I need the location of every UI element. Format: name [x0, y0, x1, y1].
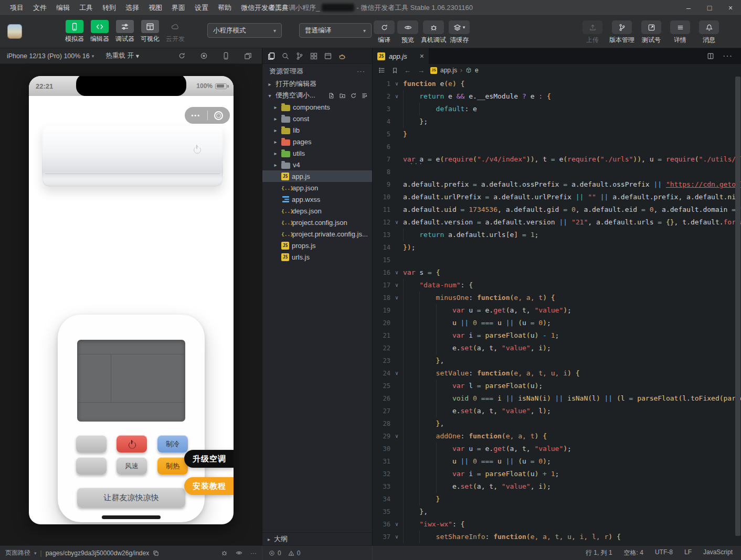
record-button[interactable]: [200, 52, 208, 60]
eol-setting[interactable]: LF: [684, 548, 692, 557]
tree-file-project.config.json[interactable]: {..}project.config.json: [262, 217, 372, 228]
remote-blank-button-2[interactable]: [76, 457, 107, 475]
indent-setting[interactable]: 空格: 4: [624, 548, 643, 557]
breadcrumb-file[interactable]: app.js: [440, 67, 457, 74]
activity-extensions-icon[interactable]: [310, 52, 318, 60]
breadcrumb-symbol[interactable]: e: [475, 67, 479, 74]
tree-file-app.wxss[interactable]: app.wxss: [262, 193, 372, 205]
tool-button-device-debug[interactable]: 真机调试: [421, 20, 446, 45]
tree-folder-pages[interactable]: ▸pages: [262, 136, 372, 147]
activity-files-icon[interactable]: [267, 52, 276, 60]
menu-item-文件[interactable]: 文件: [28, 0, 51, 16]
minimize-button[interactable]: –: [678, 0, 699, 16]
close-button[interactable]: ×: [720, 0, 741, 16]
newfolder-icon[interactable]: [339, 92, 346, 99]
tree-file-props.js[interactable]: JSprops.js: [262, 240, 372, 251]
scrollbar-thumb[interactable]: [735, 77, 740, 536]
remote-blank-button-1[interactable]: [76, 435, 107, 453]
tab-app-js[interactable]: JS app.js ×: [373, 48, 429, 64]
copy-path-icon[interactable]: [153, 550, 159, 556]
remote-wind-button[interactable]: 风速: [117, 457, 147, 475]
debug-icon[interactable]: [221, 550, 228, 556]
fold-chevron-icon[interactable]: ∨: [390, 266, 403, 279]
avatar[interactable]: [7, 24, 22, 39]
rotate-button[interactable]: [178, 52, 186, 60]
editor-more-button[interactable]: ···: [723, 51, 733, 61]
tree-file-urls.js[interactable]: JSurls.js: [262, 251, 372, 263]
menu-item-帮助[interactable]: 帮助: [213, 0, 236, 16]
remote-heat-button[interactable]: 制热: [157, 457, 188, 475]
statusbar-problems[interactable]: 0 0: [262, 546, 373, 560]
maximize-button[interactable]: □: [699, 0, 720, 16]
mode-button-editor[interactable]: 编辑器: [87, 20, 112, 44]
capsule-close-button[interactable]: [208, 111, 230, 120]
remote-cool-button[interactable]: 制冷: [157, 435, 188, 453]
capsule-more-button[interactable]: •••: [185, 112, 207, 119]
menu-item-工具[interactable]: 工具: [75, 0, 98, 16]
preview-eye-icon[interactable]: [236, 550, 242, 556]
hot-reload-toggle[interactable]: 热重载 开 ▾: [105, 51, 139, 60]
mode-button-simulator[interactable]: 模拟器: [62, 20, 87, 44]
tool-button-test-account[interactable]: 测试号: [639, 20, 663, 45]
tree-folder-utils[interactable]: ▸utils: [262, 147, 372, 159]
split-editor-icon[interactable]: [707, 52, 714, 60]
menu-item-编辑[interactable]: 编辑: [51, 0, 75, 16]
tree-folder-lib[interactable]: ▸lib: [262, 124, 372, 136]
mode-button-debugger[interactable]: 调试器: [112, 20, 137, 44]
fold-chevron-icon[interactable]: ∨: [390, 279, 403, 292]
fold-chevron-icon[interactable]: ∨: [390, 430, 403, 443]
newfile-icon[interactable]: [328, 92, 335, 99]
language-mode[interactable]: JavaScript: [703, 548, 733, 557]
device-frame-button[interactable]: [222, 52, 230, 60]
tool-button-version-manage[interactable]: 版本管理: [609, 20, 634, 45]
tree-file-project.private.config.js...[interactable]: {..}project.private.config.js...: [262, 228, 372, 240]
tree-folder-v4[interactable]: ▸v4: [262, 159, 372, 170]
menu-item-选择[interactable]: 选择: [121, 0, 144, 16]
back-icon[interactable]: ←: [404, 67, 411, 74]
tool-button-messages[interactable]: 消息: [697, 20, 721, 45]
bookmark-icon[interactable]: [391, 67, 398, 74]
tool-button-preview[interactable]: 预览: [397, 20, 418, 45]
code-area[interactable]: 1∨function e(e) {2∨return e && e.__esMod…: [373, 77, 741, 545]
tree-section-open-editors[interactable]: ▸打开的编辑器: [262, 78, 372, 90]
collapse-icon[interactable]: [361, 92, 368, 99]
multi-window-button[interactable]: [244, 52, 252, 60]
more-icon[interactable]: ···: [250, 550, 257, 557]
tree-section-project-root[interactable]: ▾便携空调小...: [262, 90, 372, 101]
menu-item-转到[interactable]: 转到: [98, 0, 121, 16]
outline-section[interactable]: ▸ 大纲: [262, 532, 372, 545]
install-tutorial-pill[interactable]: 安装教程: [184, 477, 234, 495]
close-icon[interactable]: ×: [420, 52, 424, 60]
activity-window-icon[interactable]: [324, 52, 332, 60]
mode-dropdown[interactable]: 小程序模式 ▾: [207, 23, 282, 38]
tree-file-app.js[interactable]: JSapp.js: [262, 170, 372, 182]
outline-list-icon[interactable]: [378, 67, 386, 74]
menu-item-界面[interactable]: 界面: [167, 0, 190, 16]
tool-button-clear-cache[interactable]: ▾清缓存: [449, 20, 470, 45]
forward-icon[interactable]: →: [418, 67, 425, 74]
tree-folder-const[interactable]: ▸const: [262, 113, 372, 124]
page-path-label[interactable]: 页面路径: [5, 548, 30, 557]
tree-folder-components[interactable]: ▸components: [262, 101, 372, 113]
compile-mode-dropdown[interactable]: 普通编译 ▾: [299, 23, 372, 38]
tree-file-app.json[interactable]: {..}app.json: [262, 182, 372, 193]
menu-item-微信开发者工具[interactable]: 微信开发者工具: [236, 0, 293, 16]
menu-item-视图[interactable]: 视图: [144, 0, 167, 16]
activity-source-control-icon[interactable]: [295, 52, 304, 60]
fold-chevron-icon[interactable]: ∨: [390, 367, 403, 380]
fold-chevron-icon[interactable]: ∨: [390, 531, 403, 543]
editor-scrollbar[interactable]: [735, 77, 741, 545]
tool-button-details[interactable]: 详情: [668, 20, 692, 45]
remote-share-button[interactable]: 让群友凉快凉快: [77, 488, 185, 508]
fold-chevron-icon[interactable]: ∨: [390, 518, 403, 531]
cursor-position[interactable]: 行 1, 列 1: [586, 548, 612, 557]
activity-search-icon[interactable]: [281, 52, 290, 60]
encoding[interactable]: UTF-8: [655, 548, 673, 557]
explorer-more-button[interactable]: ···: [357, 67, 365, 75]
activity-debug-tool-icon[interactable]: [338, 52, 346, 60]
remote-power-button[interactable]: [117, 435, 147, 453]
mode-button-visualization[interactable]: 可视化: [137, 20, 163, 44]
fold-chevron-icon[interactable]: ∨: [390, 90, 403, 103]
tree-file-deps.json[interactable]: {..}deps.json: [262, 205, 372, 217]
fold-chevron-icon[interactable]: ∨: [390, 78, 403, 90]
